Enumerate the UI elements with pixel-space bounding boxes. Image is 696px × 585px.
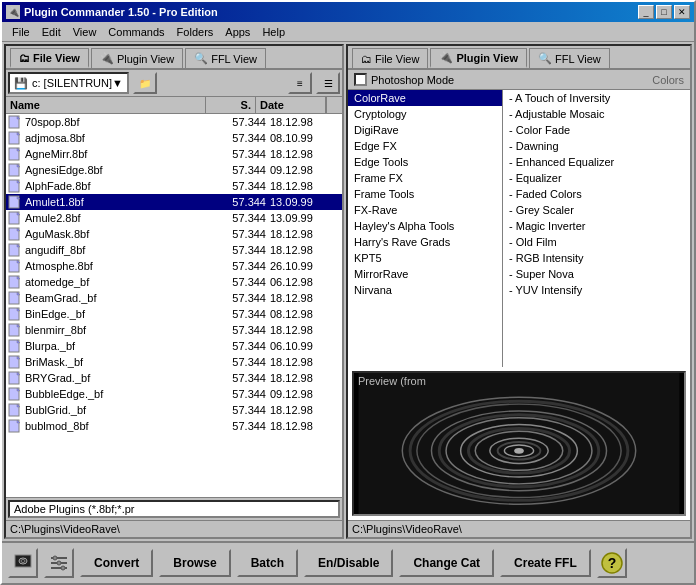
plugin-item[interactable]: Edge FX: [348, 138, 502, 154]
plugin-item[interactable]: Frame FX: [348, 170, 502, 186]
file-row[interactable]: AguMask.8bf 57.344 18.12.98: [6, 226, 342, 242]
effect-item[interactable]: - Super Nova: [503, 266, 690, 282]
file-list[interactable]: 70spop.8bf 57.344 18.12.98 adjmosa.8bf 5…: [6, 114, 342, 497]
effect-list[interactable]: - A Touch of Inversity- Adjustable Mosai…: [503, 90, 690, 367]
file-size: 57.344: [220, 132, 270, 144]
menu-file[interactable]: File: [6, 24, 36, 40]
tab-file-view-left[interactable]: 🗂 File View: [10, 48, 89, 68]
effect-item[interactable]: - Color Fade: [503, 122, 690, 138]
effect-item[interactable]: - Dawning: [503, 138, 690, 154]
file-date: 08.10.99: [270, 132, 340, 144]
plugin-item[interactable]: Edge Tools: [348, 154, 502, 170]
file-row[interactable]: Amule2.8bf 57.344 13.09.99: [6, 210, 342, 226]
list-view-button[interactable]: ≡: [288, 72, 312, 94]
effect-item[interactable]: - Old Film: [503, 234, 690, 250]
file-size: 57.344: [220, 180, 270, 192]
plugin-item[interactable]: FX-Rave: [348, 202, 502, 218]
file-row[interactable]: AlphFade.8bf 57.344 18.12.98: [6, 178, 342, 194]
preview-icon-btn[interactable]: [8, 548, 38, 578]
effect-item[interactable]: - Magic Inverter: [503, 218, 690, 234]
menu-edit[interactable]: Edit: [36, 24, 67, 40]
file-row[interactable]: adjmosa.8bf 57.344 08.10.99: [6, 130, 342, 146]
maximize-button[interactable]: □: [656, 5, 672, 19]
tab-ffl-view-left[interactable]: 🔍 FFL View: [185, 48, 266, 68]
col-header-date[interactable]: Date: [256, 97, 326, 113]
file-row[interactable]: BRYGrad._bf 57.344 18.12.98: [6, 370, 342, 386]
photoshop-mode-label: Photoshop Mode: [371, 74, 454, 86]
effect-item[interactable]: - YUV Intensify: [503, 282, 690, 298]
preview-svg: [354, 373, 684, 514]
plugin-item[interactable]: Harry's Rave Grads: [348, 234, 502, 250]
tab-plugin-view-right[interactable]: 🔌 Plugin View: [430, 48, 527, 68]
batch-button[interactable]: Batch: [237, 549, 298, 577]
tab-file-view-right[interactable]: 🗂 File View: [352, 48, 428, 68]
file-row[interactable]: angudiff_8bf 57.344 18.12.98: [6, 242, 342, 258]
plugin-item[interactable]: Nirvana: [348, 282, 502, 298]
file-name: adjmosa.8bf: [25, 132, 220, 144]
title-buttons: _ □ ✕: [638, 5, 690, 19]
minimize-button[interactable]: _: [638, 5, 654, 19]
file-row[interactable]: Amulet1.8bf 57.344 13.09.99: [6, 194, 342, 210]
file-row[interactable]: atomedge_bf 57.344 06.12.98: [6, 274, 342, 290]
tab-ffl-view-right[interactable]: 🔍 FFL View: [529, 48, 610, 68]
file-icon: [8, 355, 22, 369]
plugin-item[interactable]: Cryptology: [348, 106, 502, 122]
file-row[interactable]: AgneMirr.8bf 57.344 18.12.98: [6, 146, 342, 162]
plugin-item[interactable]: Frame Tools: [348, 186, 502, 202]
file-icon: [8, 243, 22, 257]
dropdown-arrow: ▼: [112, 77, 123, 89]
file-row[interactable]: BubbleEdge._bf 57.344 09.12.98: [6, 386, 342, 402]
menu-view[interactable]: View: [67, 24, 103, 40]
filter-bar[interactable]: Adobe Plugins (*.8bf;*.pr: [8, 500, 340, 518]
col-header-name[interactable]: Name: [6, 97, 206, 113]
tab-plugin-view-left[interactable]: 🔌 Plugin View: [91, 48, 183, 68]
plugin-item[interactable]: Hayley's Alpha Tools: [348, 218, 502, 234]
en-disable-button[interactable]: En/Disable: [304, 549, 393, 577]
browse-button[interactable]: Browse: [159, 549, 230, 577]
settings-icon-btn[interactable]: [44, 548, 74, 578]
file-icon: [8, 163, 22, 177]
effect-item[interactable]: - Equalizer: [503, 170, 690, 186]
plugin-item[interactable]: KPT5: [348, 250, 502, 266]
file-row[interactable]: AgnesiEdge.8bf 57.344 09.12.98: [6, 162, 342, 178]
file-row[interactable]: bublmod_8bf 57.344 18.12.98: [6, 418, 342, 434]
help-icon-btn[interactable]: ?: [597, 548, 627, 578]
plugin-item[interactable]: MirrorRave: [348, 266, 502, 282]
right-inner: ColorRaveCryptologyDigiRaveEdge FXEdge T…: [348, 90, 690, 537]
effect-item[interactable]: - Adjustable Mosaic: [503, 106, 690, 122]
file-row[interactable]: BublGrid._bf 57.344 18.12.98: [6, 402, 342, 418]
col-header-size[interactable]: S.: [206, 97, 256, 113]
file-row[interactable]: BriMask._bf 57.344 18.12.98: [6, 354, 342, 370]
file-row[interactable]: BinEdge._bf 57.344 08.12.98: [6, 306, 342, 322]
file-date: 18.12.98: [270, 356, 340, 368]
photoshop-mode-checkbox[interactable]: [354, 73, 367, 86]
menu-apps[interactable]: Apps: [219, 24, 256, 40]
close-button[interactable]: ✕: [674, 5, 690, 19]
effect-item[interactable]: - RGB Intensity: [503, 250, 690, 266]
convert-button[interactable]: Convert: [80, 549, 153, 577]
details-view-button[interactable]: ☰: [316, 72, 340, 94]
plugin-list[interactable]: ColorRaveCryptologyDigiRaveEdge FXEdge T…: [348, 90, 503, 367]
plugin-item[interactable]: DigiRave: [348, 122, 502, 138]
change-cat-button[interactable]: Change Cat: [399, 549, 494, 577]
effect-item[interactable]: - Enhanced Equalizer: [503, 154, 690, 170]
plugin-item[interactable]: ColorRave: [348, 90, 502, 106]
file-icon: [8, 227, 22, 241]
file-row[interactable]: Atmosphe.8bf 57.344 26.10.99: [6, 258, 342, 274]
effect-item[interactable]: - Faded Colors: [503, 186, 690, 202]
effect-item[interactable]: - A Touch of Inversity: [503, 90, 690, 106]
file-row[interactable]: Blurpa._bf 57.344 06.10.99: [6, 338, 342, 354]
file-name: BeamGrad._bf: [25, 292, 220, 304]
menu-help[interactable]: Help: [256, 24, 291, 40]
bottom-bar: Convert Browse Batch En/Disable Change C…: [2, 541, 694, 583]
file-name: 70spop.8bf: [25, 116, 220, 128]
file-row[interactable]: 70spop.8bf 57.344 18.12.98: [6, 114, 342, 130]
menu-commands[interactable]: Commands: [102, 24, 170, 40]
effect-item[interactable]: - Grey Scaler: [503, 202, 690, 218]
file-row[interactable]: BeamGrad._bf 57.344 18.12.98: [6, 290, 342, 306]
file-row[interactable]: blenmirr_8bf 57.344 18.12.98: [6, 322, 342, 338]
create-ffl-button[interactable]: Create FFL: [500, 549, 591, 577]
folder-up-button[interactable]: 📁: [133, 72, 157, 94]
menu-folders[interactable]: Folders: [171, 24, 220, 40]
drive-selector[interactable]: 💾 c: [SILENTRUN] ▼: [8, 72, 129, 94]
